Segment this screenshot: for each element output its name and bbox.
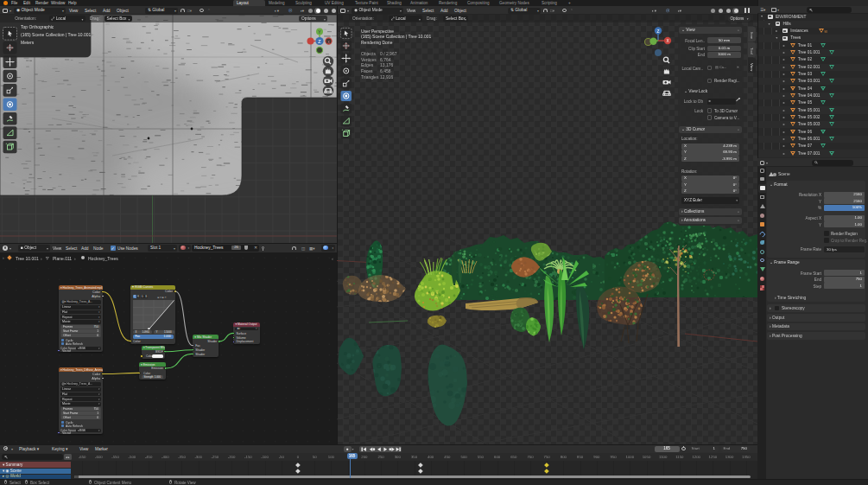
svg-text:Z: Z	[656, 29, 659, 34]
